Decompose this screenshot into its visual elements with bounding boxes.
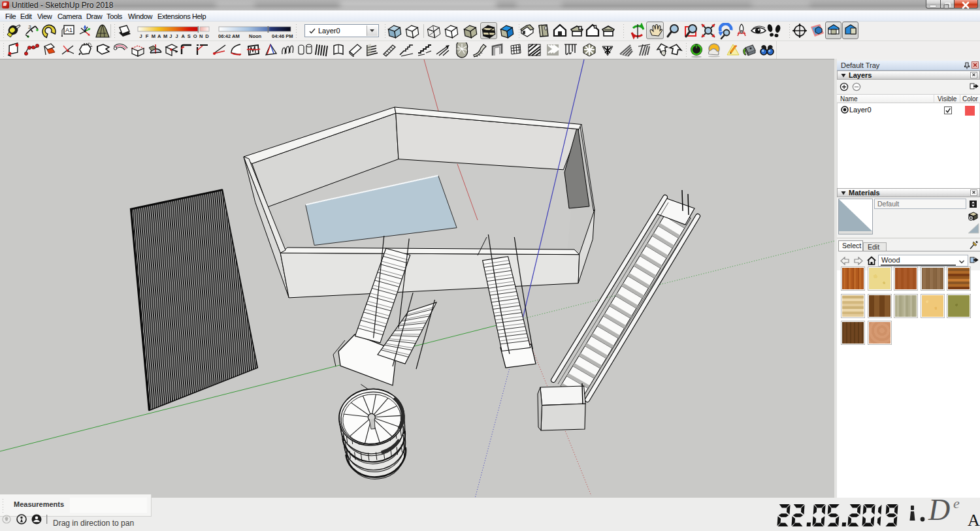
svg-text:N: N bbox=[199, 33, 203, 39]
svg-text:04:46 PM: 04:46 PM bbox=[272, 33, 293, 39]
svg-text:F: F bbox=[146, 33, 149, 39]
svg-text:D: D bbox=[205, 33, 209, 39]
svg-text:3: 3 bbox=[28, 24, 31, 30]
svg-text:J: J bbox=[169, 33, 172, 39]
svg-text:A: A bbox=[182, 33, 186, 39]
svg-text:M: M bbox=[163, 33, 167, 39]
svg-text:A: A bbox=[157, 33, 161, 39]
svg-text:J: J bbox=[175, 33, 178, 39]
svg-text:S: S bbox=[188, 33, 191, 39]
svg-text:06:42 AM: 06:42 AM bbox=[218, 33, 240, 39]
svg-text:J: J bbox=[140, 33, 142, 39]
svg-text:A1: A1 bbox=[65, 27, 73, 33]
svg-text:Noon: Noon bbox=[249, 33, 262, 39]
svg-text:O: O bbox=[193, 33, 197, 39]
svg-text:M: M bbox=[152, 33, 155, 39]
